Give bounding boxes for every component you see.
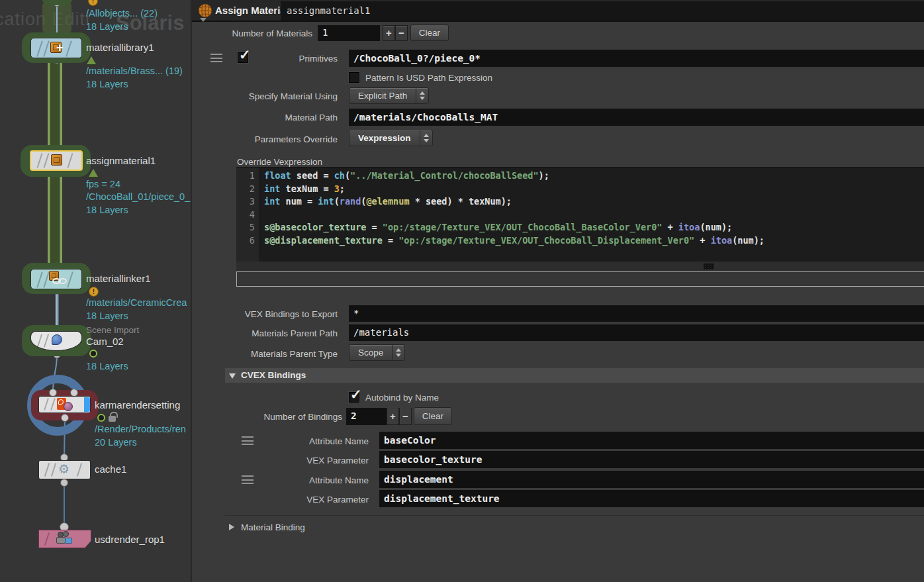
parameter-titlebar: Assign Material assignmaterial1 <box>192 0 924 22</box>
num-bindings-minus-button[interactable]: − <box>399 408 412 425</box>
vexpression-code-editor[interactable]: 123456 float seed = ch("../Material_Cont… <box>236 167 924 262</box>
parameter-pane: Assign Material assignmaterial1 Number o… <box>192 0 924 582</box>
num-materials-plus-button[interactable]: + <box>383 25 395 41</box>
node-type-title: Assign Material <box>215 5 289 16</box>
vex-bindings-export-input[interactable]: * <box>349 305 924 322</box>
cvex-bindings-section-header[interactable]: CVEX Bindings <box>225 368 924 383</box>
dropdown-spinner-icon[interactable] <box>416 88 428 103</box>
node-label-usdrender-rop1: usdrender_rop1 <box>95 534 165 545</box>
materiallinker1-layers: 18 Layers <box>86 311 128 321</box>
resize-grip-icon[interactable] <box>704 264 714 269</box>
node-usdrender-rop1[interactable] <box>38 530 91 548</box>
material-binding-title: Material Binding <box>241 522 305 532</box>
params-override-dropdown[interactable]: Vexpression <box>349 130 433 146</box>
node-label-karma: karmarendersetting <box>95 399 180 411</box>
num-bindings-clear-button[interactable]: Clear <box>414 407 452 425</box>
binding1-vex-label: VEX Parameter <box>192 456 369 465</box>
material-path-input[interactable]: /materials/ChocoBalls_MAT <box>349 109 924 126</box>
code-content[interactable]: float seed = ch("../Material_Control/cho… <box>259 168 924 262</box>
node-name-input[interactable]: assignmaterial1 <box>281 1 924 21</box>
materials-parent-path-input[interactable]: /materials <box>349 324 924 341</box>
binding2-attribute-label: Attribute Name <box>192 475 369 485</box>
cam02-type-label: Scene Import <box>86 325 139 335</box>
karma-path: /Render/Products/ren <box>95 424 186 434</box>
node-karmarendersettings[interactable] <box>38 396 91 413</box>
pattern-usd-path-checkbox[interactable] <box>349 72 359 83</box>
code-line-numbers: 123456 <box>236 168 259 262</box>
num-bindings-input[interactable]: 2 <box>346 408 387 425</box>
node-assignmaterial1[interactable] <box>30 150 83 171</box>
assign-material-icon <box>51 154 62 166</box>
binding1-attribute-input[interactable]: baseColor <box>379 432 924 449</box>
binding2-attribute-input[interactable]: displacement <box>379 471 924 488</box>
node-label-assignmaterial1: assignmaterial1 <box>86 155 156 166</box>
material-path-label: Material Path <box>192 113 338 122</box>
binding1-attribute-label: Attribute Name <box>192 436 369 446</box>
assignmaterial1-path: /ChocoBall_01/piece_0_ <box>86 191 190 202</box>
lock-badge-karma <box>109 416 116 422</box>
node-label-cam02: Cam_02 <box>86 336 124 347</box>
primitives-input[interactable]: /ChocoBall_0?/piece_0* <box>349 50 924 67</box>
cvex-bindings-title: CVEX Bindings <box>241 370 306 380</box>
network-editor-pane[interactable]: cation Editi Solaris ! /Allobjects... (2… <box>0 0 192 582</box>
node-label-cache1: cache1 <box>95 463 126 475</box>
clock-badge-cam02 <box>89 350 97 358</box>
top-partial-node[interactable] <box>42 0 73 5</box>
num-materials-minus-button[interactable]: − <box>395 25 408 41</box>
flag-badge-assignmaterial1 <box>89 169 98 177</box>
params-override-value: Vexpression <box>349 130 420 146</box>
flag-badge-materiallibrary1 <box>87 56 96 64</box>
camera-body-icon <box>56 537 66 544</box>
num-materials-input[interactable]: 1 <box>318 25 380 41</box>
materiallinker1-path: /materials/CeramicCrea <box>86 297 187 308</box>
material-binding-section-header[interactable]: Material Binding <box>225 522 305 532</box>
specify-material-label: Specify Material Using <box>192 91 338 101</box>
scene-import-icon <box>52 334 62 345</box>
materiallibrary1-layers: 18 Layers <box>86 79 128 89</box>
karma-layers: 20 Layers <box>95 437 137 448</box>
purple-ball-icon <box>64 402 73 411</box>
gear-icon: ⚙ <box>58 461 69 477</box>
dropdown-spinner-icon[interactable] <box>392 345 404 360</box>
node-menu-chevron-icon[interactable] <box>200 18 207 22</box>
blue-output-tab <box>84 397 90 412</box>
node-label-materiallinker1: materiallinker1 <box>86 273 151 284</box>
materiallibrary1-path: /materials/Brass... (19) <box>86 66 183 76</box>
autobind-checkbox[interactable] <box>349 392 359 403</box>
params-override-label: Parameters Override <box>192 134 338 144</box>
plus-overlay-icon: + <box>56 41 64 55</box>
node-materiallinker1[interactable] <box>30 269 82 289</box>
link-ring-icon2 <box>58 278 67 284</box>
editor-resize-bar[interactable] <box>236 262 924 271</box>
dropdown-spinner-icon[interactable] <box>420 130 432 146</box>
node-materiallibrary1[interactable]: + <box>30 38 82 58</box>
karma-output-dot <box>58 413 71 424</box>
num-materials-label: Number of Materials <box>192 28 312 38</box>
editor-scroll-bar[interactable] <box>236 271 924 287</box>
warning-badge-materiallinker1: ! <box>89 287 99 297</box>
collapse-triangle-icon[interactable] <box>229 373 236 379</box>
node-label-materiallibrary1: materiallibrary1 <box>86 42 154 53</box>
override-vexpression-label: Override Vexpression <box>237 157 322 167</box>
autobind-label: Autobind by Name <box>365 393 439 403</box>
binding1-vex-input[interactable]: basecolor_texture <box>379 451 924 468</box>
binding2-vex-input[interactable]: displacement_texture <box>379 490 924 507</box>
materials-parent-type-label: Materials Parent Type <box>192 349 338 359</box>
materials-parent-path-label: Materials Parent Path <box>192 328 338 338</box>
primitives-label: Primitives <box>192 54 338 64</box>
specify-material-dropdown[interactable]: Explicit Path <box>349 87 429 104</box>
specify-material-value: Explicit Path <box>349 88 416 103</box>
clock-badge-karma <box>97 414 105 422</box>
num-materials-clear-button[interactable]: Clear <box>410 24 449 41</box>
film-reel-icon2 <box>63 531 69 537</box>
assignmaterial1-layers: 18 Layers <box>86 205 128 215</box>
assignmaterial1-fps: fps = 24 <box>86 179 120 189</box>
expand-triangle-icon[interactable] <box>229 524 234 530</box>
section-divider <box>225 515 924 516</box>
node-cache1[interactable]: ⚙ <box>38 460 91 479</box>
num-bindings-plus-button[interactable]: + <box>387 408 399 425</box>
binding2-vex-label: VEX Parameter <box>192 495 369 505</box>
materials-parent-type-dropdown[interactable]: Scope <box>349 344 405 361</box>
num-bindings-label: Number of Bindings <box>192 412 342 422</box>
pattern-usd-path-label: Pattern Is USD Path Expression <box>365 73 492 83</box>
